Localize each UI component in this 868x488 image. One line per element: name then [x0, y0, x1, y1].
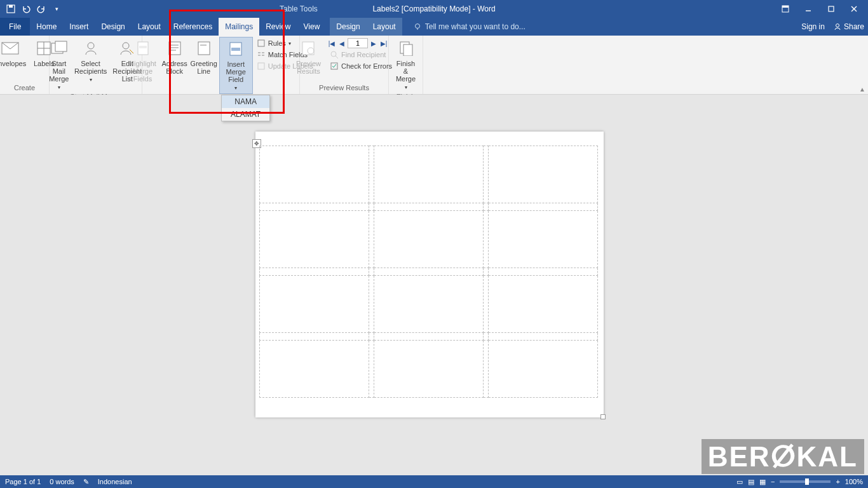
merge-field-option-alamat[interactable]: ALAMAT: [222, 108, 269, 121]
check-errors-button[interactable]: Check for Errors: [327, 61, 395, 71]
label-cell[interactable]: [260, 276, 369, 333]
tell-me-search[interactable]: Tell me what you want to do...: [414, 18, 526, 36]
share-button[interactable]: Share: [834, 22, 864, 31]
title-bar: ▾ Table Tools Labels2 [Compatibility Mod…: [0, 0, 868, 18]
status-bar: Page 1 of 1 0 words ✎ Indonesian ▭ ▤ ▦ −…: [0, 475, 868, 488]
close-button[interactable]: [843, 0, 865, 18]
greeting-icon: [194, 38, 214, 58]
next-record-button[interactable]: ▶: [369, 39, 378, 48]
check-icon: [330, 62, 339, 71]
greeting-line-button[interactable]: Greeting Line: [190, 37, 218, 76]
rules-icon: [257, 39, 266, 48]
label-cell[interactable]: [260, 146, 369, 203]
svg-point-17: [88, 43, 94, 49]
tab-mailings[interactable]: Mailings: [219, 18, 259, 36]
zoom-in-button[interactable]: +: [836, 478, 839, 485]
tab-layout[interactable]: Layout: [132, 18, 167, 36]
svg-point-10: [836, 24, 839, 27]
group-label-preview: Preview Results: [302, 84, 386, 94]
undo-icon[interactable]: [22, 4, 31, 13]
label-cell[interactable]: [374, 146, 484, 203]
contextual-tabs: Design Layout: [330, 18, 402, 36]
status-spellcheck-icon[interactable]: ✎: [83, 478, 89, 486]
maximize-button[interactable]: [820, 0, 843, 18]
label-cell[interactable]: [489, 211, 598, 268]
prev-record-button[interactable]: ◀: [337, 39, 346, 48]
contextual-tab-label: Table Tools: [280, 0, 318, 18]
redo-icon[interactable]: [37, 4, 46, 13]
update-labels-icon: [257, 62, 266, 71]
match-fields-icon: [257, 50, 266, 59]
highlight-merge-fields-button[interactable]: Highlight Merge Fields: [126, 37, 159, 84]
first-record-button[interactable]: |◀: [327, 39, 336, 48]
envelope-icon: [0, 38, 20, 58]
tab-view[interactable]: View: [297, 18, 327, 36]
collapse-ribbon-icon[interactable]: ▲: [859, 86, 865, 93]
svg-rect-25: [198, 42, 210, 55]
merge-field-icon: [226, 39, 246, 59]
preview-results-button[interactable]: Preview Results: [294, 37, 323, 76]
mail-merge-icon: [49, 38, 69, 58]
zoom-out-button[interactable]: −: [771, 478, 775, 485]
label-table[interactable]: [259, 146, 598, 398]
tab-design[interactable]: Design: [95, 18, 131, 36]
status-language[interactable]: Indonesian: [98, 478, 132, 486]
tab-home[interactable]: Home: [30, 18, 63, 36]
record-number-input[interactable]: [348, 38, 368, 48]
label-cell[interactable]: [489, 276, 598, 333]
svg-rect-1: [9, 5, 13, 8]
share-icon: [834, 23, 841, 30]
label-cell[interactable]: [374, 276, 484, 333]
start-mail-merge-button[interactable]: Start Mail Merge ▾: [44, 37, 74, 93]
finish-merge-button[interactable]: Finish & Merge ▾: [391, 37, 420, 93]
qat-customize-icon[interactable]: ▾: [52, 4, 61, 13]
zoom-level[interactable]: 100%: [845, 478, 863, 485]
group-label-create: Create: [3, 84, 46, 94]
group-preview-results: Preview Results |◀ ◀ ▶ ▶| Find Recipient…: [300, 36, 389, 94]
ribbon-display-options-icon[interactable]: [774, 0, 797, 18]
tab-file[interactable]: File: [0, 18, 30, 36]
window-controls: [774, 0, 865, 18]
preview-icon: [298, 38, 318, 58]
label-cell[interactable]: [374, 211, 484, 268]
last-record-button[interactable]: ▶|: [379, 39, 388, 48]
tell-me-placeholder: Tell me what you want to do...: [425, 22, 526, 31]
label-cell[interactable]: [489, 146, 598, 203]
svg-rect-5: [829, 6, 834, 11]
view-web-layout-icon[interactable]: ▦: [759, 478, 766, 486]
quick-access-toolbar: ▾: [0, 4, 61, 13]
tab-table-layout[interactable]: Layout: [367, 18, 402, 36]
tab-references[interactable]: References: [167, 18, 219, 36]
status-words[interactable]: 0 words: [50, 478, 74, 486]
select-recipients-button[interactable]: Select Recipients ▾: [75, 37, 107, 85]
sign-in-link[interactable]: Sign in: [801, 22, 825, 31]
svg-rect-29: [258, 40, 264, 46]
zoom-slider[interactable]: [780, 480, 831, 483]
envelopes-button[interactable]: Envelopes: [0, 37, 29, 69]
label-cell[interactable]: [374, 341, 484, 398]
view-print-layout-icon[interactable]: ▤: [748, 478, 754, 486]
bulb-icon: [414, 23, 421, 30]
minimize-button[interactable]: [797, 0, 820, 18]
table-resize-handle-icon[interactable]: [600, 414, 606, 419]
recipients-icon: [81, 38, 101, 58]
label-cell[interactable]: [260, 211, 369, 268]
label-cell[interactable]: [260, 341, 369, 398]
save-icon[interactable]: [6, 4, 15, 13]
page: ✥: [255, 132, 604, 417]
tab-table-design[interactable]: Design: [330, 18, 366, 36]
merge-field-option-nama[interactable]: NAMA: [222, 95, 269, 108]
view-read-mode-icon[interactable]: ▭: [736, 478, 743, 486]
svg-point-33: [331, 51, 336, 57]
svg-rect-16: [55, 41, 67, 51]
address-block-button[interactable]: Address Block: [161, 37, 189, 76]
status-page[interactable]: Page 1 of 1: [5, 478, 41, 486]
insert-merge-field-button[interactable]: Insert Merge Field ▾: [219, 37, 253, 94]
svg-rect-21: [169, 42, 180, 55]
tab-insert[interactable]: Insert: [63, 18, 95, 36]
label-cell[interactable]: [489, 341, 598, 398]
find-recipient-button[interactable]: Find Recipient: [327, 50, 395, 60]
tab-review[interactable]: Review: [259, 18, 297, 36]
document-canvas[interactable]: ✥: [0, 95, 868, 475]
group-write-insert: Highlight Merge Fields Address Block Gre…: [142, 36, 300, 94]
